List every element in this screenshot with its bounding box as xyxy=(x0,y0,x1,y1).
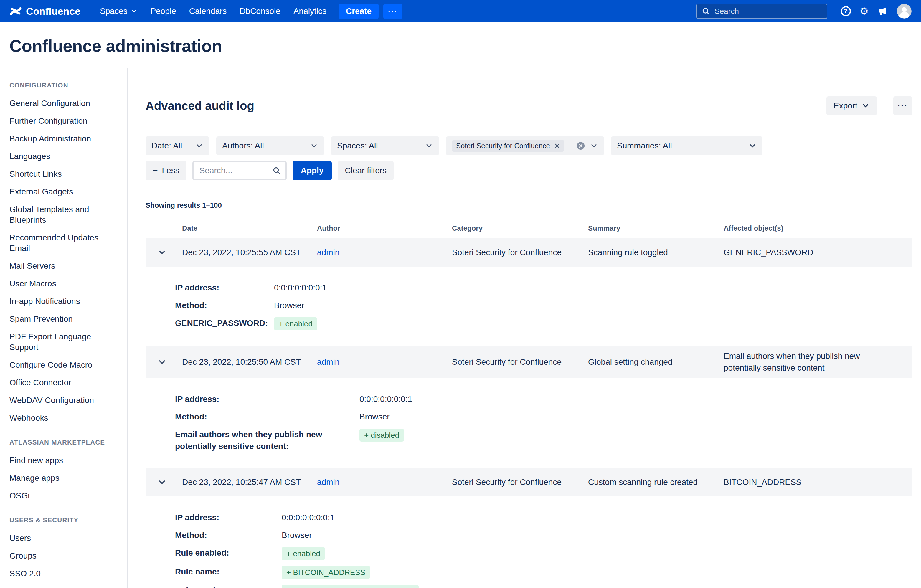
sidebar-item-general-configuration[interactable]: General Configuration xyxy=(10,98,118,109)
sidebar-item-backup-administration[interactable]: Backup Administration xyxy=(10,133,118,144)
sidebar-item-users[interactable]: Users xyxy=(10,533,118,544)
sidebar-item-office-connector[interactable]: Office Connector xyxy=(10,377,118,388)
audit-search-box[interactable] xyxy=(192,161,287,180)
chevron-down-icon xyxy=(195,142,203,150)
export-button[interactable]: Export xyxy=(827,96,877,115)
chevron-down-icon[interactable] xyxy=(590,142,598,150)
audit-row-header[interactable]: Dec 23, 2022, 10:25:55 AM CST admin Sote… xyxy=(146,238,912,266)
sidebar-item-languages[interactable]: Languages xyxy=(10,151,118,162)
audit-search-input[interactable] xyxy=(198,165,269,176)
change-added-badge: + enabled xyxy=(282,547,325,560)
change-added-badge: + disabled xyxy=(360,429,404,442)
create-button[interactable]: Create xyxy=(339,3,379,19)
date-filter-dropdown[interactable]: Date: All xyxy=(146,136,209,155)
sidebar-item-find-new-apps[interactable]: Find new apps xyxy=(10,455,118,466)
clear-filter-icon[interactable] xyxy=(576,141,585,150)
announcements-icon[interactable] xyxy=(877,6,888,16)
detail-label: Email authors when they publish new pote… xyxy=(175,429,360,452)
sidebar-item-configure-code-macro[interactable]: Configure Code Macro xyxy=(10,360,118,370)
audit-row-details: IP address: 0:0:0:0:0:0:0:1 Method: Brow… xyxy=(146,496,912,588)
audit-author-link[interactable]: admin xyxy=(317,476,452,488)
sidebar-item-spam-prevention[interactable]: Spam Prevention xyxy=(10,314,118,324)
change-added-badge: + enabled xyxy=(274,317,317,330)
nav-item-dbconsole[interactable]: DbConsole xyxy=(233,6,287,16)
audit-row: Dec 23, 2022, 10:25:50 AM CST admin Sote… xyxy=(146,346,912,468)
sidebar-item-webdav-configuration[interactable]: WebDAV Configuration xyxy=(10,395,118,406)
confluence-logo[interactable]: Confluence xyxy=(10,5,80,17)
audit-author-link[interactable]: admin xyxy=(317,247,452,258)
nav-item-people[interactable]: People xyxy=(144,6,183,16)
clear-filters-button[interactable]: Clear filters xyxy=(338,161,394,180)
navbar-right: ? ⚙ xyxy=(696,3,911,19)
sidebar-item-manage-apps[interactable]: Manage apps xyxy=(10,473,118,483)
confluence-admin-page: Confluence Spaces People Calendars DbCon… xyxy=(0,0,921,588)
sidebar-item-pdf-export-language[interactable]: PDF Export Language Support xyxy=(10,331,118,352)
top-navbar: Confluence Spaces People Calendars DbCon… xyxy=(0,0,921,23)
sidebar-item-external-gadgets[interactable]: External Gadgets xyxy=(10,187,118,197)
search-icon xyxy=(273,166,281,175)
apply-button[interactable]: Apply xyxy=(293,161,332,180)
nav-item-analytics[interactable]: Analytics xyxy=(287,6,333,16)
sidebar-heading-marketplace: ATLASSIAN MARKETPLACE xyxy=(10,439,118,446)
audit-row-header[interactable]: Dec 23, 2022, 10:25:50 AM CST admin Sote… xyxy=(146,346,912,378)
audit-date: Dec 23, 2022, 10:25:50 AM CST xyxy=(182,356,317,368)
chevron-down-icon xyxy=(130,8,138,15)
collapse-chevron-icon[interactable] xyxy=(146,478,182,487)
detail-value: 0:0:0:0:0:0:0:1 xyxy=(274,282,912,294)
chevron-down-icon xyxy=(310,142,318,150)
remove-chip-icon[interactable] xyxy=(554,143,560,149)
audit-category: Soteri Security for Confluence xyxy=(452,476,588,488)
help-icon[interactable]: ? xyxy=(841,6,851,16)
sidebar-item-webhooks[interactable]: Webhooks xyxy=(10,413,118,423)
summaries-filter-dropdown[interactable]: Summaries: All xyxy=(611,136,763,155)
minus-icon: − xyxy=(153,166,158,175)
collapse-chevron-icon[interactable] xyxy=(146,248,182,257)
global-search[interactable] xyxy=(696,3,827,19)
chevron-down-icon xyxy=(425,142,433,150)
detail-value: 0:0:0:0:0:0:0:1 xyxy=(360,393,912,405)
category-filter-multiselect[interactable]: Soteri Security for Confluence xyxy=(446,136,604,155)
sidebar-heading-configuration: CONFIGURATION xyxy=(10,81,118,89)
change-added-badge: + BITCOIN_ADDRESS xyxy=(282,566,370,579)
authors-filter-dropdown[interactable]: Authors: All xyxy=(216,136,324,155)
audit-row: Dec 23, 2022, 10:25:47 AM CST admin Sote… xyxy=(146,468,912,588)
sidebar-item-recommended-updates-email[interactable]: Recommended Updates Email xyxy=(10,232,118,253)
gear-icon[interactable]: ⚙ xyxy=(860,6,869,16)
col-header-category: Category xyxy=(452,224,588,232)
confluence-mark-icon xyxy=(10,5,22,17)
more-options-button[interactable]: ··· xyxy=(893,96,912,115)
audit-summary: Scanning rule toggled xyxy=(588,247,724,258)
sidebar-item-global-templates[interactable]: Global Templates and Blueprints xyxy=(10,204,118,225)
sidebar-item-in-app-notifications[interactable]: In-app Notifications xyxy=(10,296,118,307)
spaces-filter-dropdown[interactable]: Spaces: All xyxy=(331,136,439,155)
nav-item-spaces[interactable]: Spaces xyxy=(93,6,144,16)
collapse-chevron-icon[interactable] xyxy=(146,357,182,367)
section-title: Advanced audit log xyxy=(146,99,254,112)
sidebar-item-mail-servers[interactable]: Mail Servers xyxy=(10,261,118,271)
audit-row-details: IP address: 0:0:0:0:0:0:0:1 Method: Brow… xyxy=(146,266,912,346)
detail-label: IP address: xyxy=(175,512,282,523)
audit-author-link[interactable]: admin xyxy=(317,356,452,368)
detail-value: Browser xyxy=(274,300,912,311)
detail-value: Browser xyxy=(282,530,912,541)
audit-affected: GENERIC_PASSWORD xyxy=(724,247,912,258)
sidebar-item-sso[interactable]: SSO 2.0 xyxy=(10,568,118,579)
detail-label: Rule regular expression: xyxy=(175,585,282,588)
detail-label: Rule name: xyxy=(175,566,282,578)
less-filters-button[interactable]: − Less xyxy=(146,161,187,180)
sidebar-item-user-macros[interactable]: User Macros xyxy=(10,278,118,289)
col-header-date: Date xyxy=(182,224,317,232)
filter-bar-row2: − Less Apply Clear filters xyxy=(146,161,912,180)
sidebar-item-shortcut-links[interactable]: Shortcut Links xyxy=(10,169,118,179)
audit-summary: Custom scanning rule created xyxy=(588,476,724,488)
sidebar-item-security-configuration[interactable]: Security Configuration xyxy=(10,586,118,588)
nav-item-calendars[interactable]: Calendars xyxy=(183,6,233,16)
global-search-input[interactable] xyxy=(714,6,822,16)
page-header: Confluence administration xyxy=(0,23,921,68)
sidebar-item-osgi[interactable]: OSGi xyxy=(10,491,118,501)
sidebar-item-further-configuration[interactable]: Further Configuration xyxy=(10,116,118,127)
sidebar-item-groups[interactable]: Groups xyxy=(10,551,118,561)
navbar-more-button[interactable]: ··· xyxy=(383,4,402,19)
audit-row-header[interactable]: Dec 23, 2022, 10:25:47 AM CST admin Sote… xyxy=(146,468,912,496)
user-avatar[interactable] xyxy=(897,4,911,19)
